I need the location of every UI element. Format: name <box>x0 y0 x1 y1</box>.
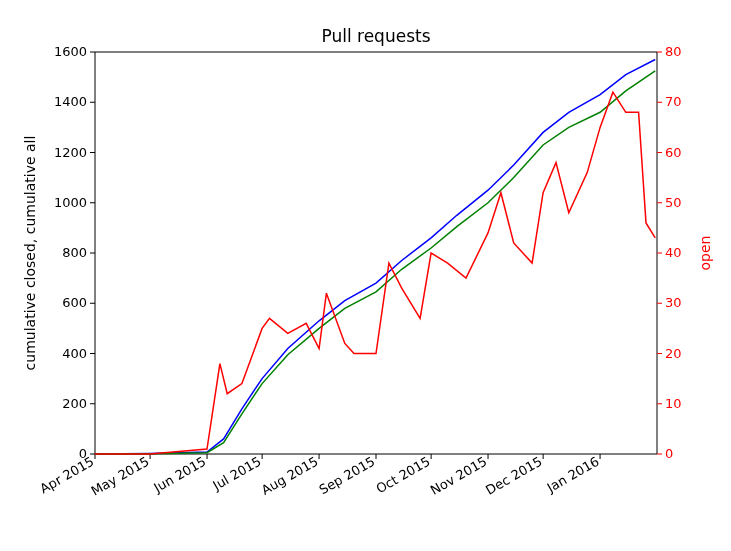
y-axis-left-label: cumulative closed, cumulative all <box>22 136 38 371</box>
y-tick-right-label: 80 <box>665 44 682 59</box>
y-tick-right-label: 30 <box>665 295 682 310</box>
y-ticks-right: 01020304050607080 <box>657 44 682 461</box>
y-tick-left-label: 1200 <box>54 145 87 160</box>
y-tick-right-label: 50 <box>665 195 682 210</box>
y-tick-right-label: 40 <box>665 245 682 260</box>
chart-title: Pull requests <box>321 26 430 46</box>
x-tick-label: Oct 2015 <box>373 454 432 497</box>
y-tick-left-label: 1600 <box>54 44 87 59</box>
x-tick-label: Apr 2015 <box>37 454 96 497</box>
y-tick-left-label: 400 <box>62 346 87 361</box>
y-tick-left-label: 600 <box>62 295 87 310</box>
y-tick-right-label: 0 <box>665 446 673 461</box>
y-tick-left-label: 1400 <box>54 94 87 109</box>
y-tick-left-label: 1000 <box>54 195 87 210</box>
y-tick-right-label: 10 <box>665 396 682 411</box>
y-tick-right-label: 20 <box>665 346 682 361</box>
chart-container: Pull requests cumulative closed, cumulat… <box>0 0 731 551</box>
x-tick-label: Nov 2015 <box>428 454 490 498</box>
y-tick-right-label: 70 <box>665 94 682 109</box>
x-tick-label: May 2015 <box>89 454 152 499</box>
x-ticks: Apr 2015May 2015Jun 2015Jul 2015Aug 2015… <box>37 454 601 499</box>
x-tick-label: Sep 2015 <box>317 454 378 498</box>
x-tick-label: Dec 2015 <box>483 454 545 498</box>
y-tick-left-label: 200 <box>62 396 87 411</box>
chart-svg: Pull requests cumulative closed, cumulat… <box>0 0 731 551</box>
x-tick-label: Jul 2015 <box>209 454 263 494</box>
x-tick-label: Jan 2016 <box>544 454 602 496</box>
plot-area <box>95 52 657 454</box>
x-tick-label: Jun 2015 <box>150 454 208 496</box>
y-axis-right-label: open <box>697 236 713 271</box>
y-tick-right-label: 60 <box>665 145 682 160</box>
y-tick-left-label: 800 <box>62 245 87 260</box>
y-ticks-left: 02004006008001000120014001600 <box>54 44 95 461</box>
x-tick-label: Aug 2015 <box>259 454 321 498</box>
